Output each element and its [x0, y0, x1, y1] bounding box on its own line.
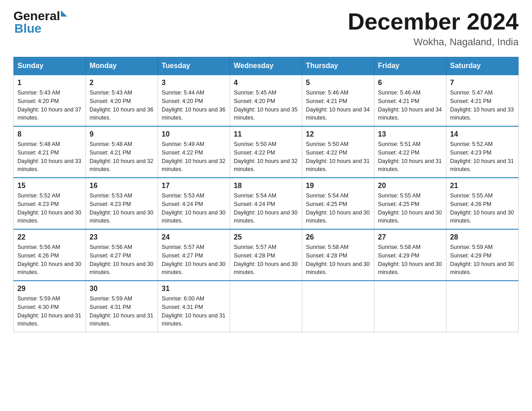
header-friday: Friday: [374, 57, 446, 75]
header-wednesday: Wednesday: [230, 57, 302, 75]
table-row: 7 Sunrise: 5:47 AM Sunset: 4:21 PM Dayli…: [446, 75, 519, 126]
day-info: Sunrise: 5:49 AM Sunset: 4:22 PM Dayligh…: [162, 140, 226, 174]
table-row: 20 Sunrise: 5:55 AM Sunset: 4:25 PM Dayl…: [374, 178, 446, 229]
location-title: Wokha, Nagaland, India: [348, 36, 519, 48]
day-info: Sunrise: 5:47 AM Sunset: 4:21 PM Dayligh…: [450, 89, 515, 122]
day-number: 31: [162, 285, 226, 293]
week-row-3: 15 Sunrise: 5:52 AM Sunset: 4:23 PM Dayl…: [14, 178, 519, 229]
table-row: 9 Sunrise: 5:48 AM Sunset: 4:21 PM Dayli…: [86, 126, 158, 178]
table-row: 15 Sunrise: 5:52 AM Sunset: 4:23 PM Dayl…: [14, 178, 86, 229]
day-number: 5: [306, 79, 370, 87]
table-row: 31 Sunrise: 6:00 AM Sunset: 4:31 PM Dayl…: [158, 281, 230, 332]
day-number: 16: [90, 182, 154, 190]
day-info: Sunrise: 5:50 AM Sunset: 4:22 PM Dayligh…: [234, 140, 298, 174]
table-row: 12 Sunrise: 5:50 AM Sunset: 4:22 PM Dayl…: [302, 126, 374, 178]
day-info: Sunrise: 5:57 AM Sunset: 4:27 PM Dayligh…: [162, 243, 226, 277]
table-row: [302, 281, 374, 332]
header-tuesday: Tuesday: [158, 57, 230, 75]
table-row: 16 Sunrise: 5:53 AM Sunset: 4:23 PM Dayl…: [86, 178, 158, 229]
day-info: Sunrise: 5:48 AM Sunset: 4:21 PM Dayligh…: [90, 140, 154, 174]
table-row: 5 Sunrise: 5:46 AM Sunset: 4:21 PM Dayli…: [302, 75, 374, 126]
day-number: 25: [234, 233, 298, 241]
day-info: Sunrise: 5:46 AM Sunset: 4:21 PM Dayligh…: [378, 89, 442, 122]
table-row: [230, 281, 302, 332]
header-thursday: Thursday: [302, 57, 374, 75]
day-number: 26: [306, 233, 370, 241]
table-row: 2 Sunrise: 5:43 AM Sunset: 4:20 PM Dayli…: [86, 75, 158, 126]
day-number: 29: [17, 285, 82, 293]
table-row: 11 Sunrise: 5:50 AM Sunset: 4:22 PM Dayl…: [230, 126, 302, 178]
calendar-header-row: Sunday Monday Tuesday Wednesday Thursday…: [14, 57, 519, 75]
day-number: 12: [306, 130, 370, 138]
table-row: 10 Sunrise: 5:49 AM Sunset: 4:22 PM Dayl…: [158, 126, 230, 178]
day-info: Sunrise: 5:58 AM Sunset: 4:29 PM Dayligh…: [378, 243, 442, 277]
day-number: 4: [234, 79, 298, 87]
day-info: Sunrise: 6:00 AM Sunset: 4:31 PM Dayligh…: [162, 295, 226, 328]
table-row: 22 Sunrise: 5:56 AM Sunset: 4:26 PM Dayl…: [14, 229, 86, 281]
day-number: 27: [378, 233, 442, 241]
day-info: Sunrise: 5:54 AM Sunset: 4:25 PM Dayligh…: [306, 192, 370, 225]
day-number: 23: [90, 233, 154, 241]
day-info: Sunrise: 5:44 AM Sunset: 4:20 PM Dayligh…: [162, 89, 226, 122]
day-number: 13: [378, 130, 442, 138]
table-row: 19 Sunrise: 5:54 AM Sunset: 4:25 PM Dayl…: [302, 178, 374, 229]
day-info: Sunrise: 5:52 AM Sunset: 4:23 PM Dayligh…: [17, 192, 82, 225]
table-row: 25 Sunrise: 5:57 AM Sunset: 4:28 PM Dayl…: [230, 229, 302, 281]
day-info: Sunrise: 5:54 AM Sunset: 4:24 PM Dayligh…: [234, 192, 298, 225]
day-number: 20: [378, 182, 442, 190]
table-row: 13 Sunrise: 5:51 AM Sunset: 4:22 PM Dayl…: [374, 126, 446, 178]
day-info: Sunrise: 5:55 AM Sunset: 4:26 PM Dayligh…: [450, 192, 515, 225]
day-info: Sunrise: 5:53 AM Sunset: 4:24 PM Dayligh…: [162, 192, 226, 225]
week-row-2: 8 Sunrise: 5:48 AM Sunset: 4:21 PM Dayli…: [14, 126, 519, 178]
day-number: 10: [162, 130, 226, 138]
header-sunday: Sunday: [14, 57, 86, 75]
header-monday: Monday: [86, 57, 158, 75]
day-info: Sunrise: 5:57 AM Sunset: 4:28 PM Dayligh…: [234, 243, 298, 277]
day-info: Sunrise: 5:51 AM Sunset: 4:22 PM Dayligh…: [378, 140, 442, 174]
day-info: Sunrise: 5:43 AM Sunset: 4:20 PM Dayligh…: [90, 89, 154, 122]
table-row: 4 Sunrise: 5:45 AM Sunset: 4:20 PM Dayli…: [230, 75, 302, 126]
day-info: Sunrise: 5:59 AM Sunset: 4:31 PM Dayligh…: [90, 295, 154, 328]
day-number: 17: [162, 182, 226, 190]
day-info: Sunrise: 5:46 AM Sunset: 4:21 PM Dayligh…: [306, 89, 370, 122]
day-number: 6: [378, 79, 442, 87]
header-saturday: Saturday: [446, 57, 519, 75]
table-row: [446, 281, 519, 332]
table-row: [374, 281, 446, 332]
table-row: 14 Sunrise: 5:52 AM Sunset: 4:23 PM Dayl…: [446, 126, 519, 178]
day-info: Sunrise: 5:50 AM Sunset: 4:22 PM Dayligh…: [306, 140, 370, 174]
day-number: 28: [450, 233, 515, 241]
table-row: 28 Sunrise: 5:59 AM Sunset: 4:29 PM Dayl…: [446, 229, 519, 281]
logo: General Blue: [13, 9, 67, 36]
table-row: 3 Sunrise: 5:44 AM Sunset: 4:20 PM Dayli…: [158, 75, 230, 126]
day-info: Sunrise: 5:58 AM Sunset: 4:28 PM Dayligh…: [306, 243, 370, 277]
day-number: 14: [450, 130, 515, 138]
day-number: 8: [17, 130, 82, 138]
table-row: 23 Sunrise: 5:56 AM Sunset: 4:27 PM Dayl…: [86, 229, 158, 281]
week-row-5: 29 Sunrise: 5:59 AM Sunset: 4:30 PM Dayl…: [14, 281, 519, 332]
day-number: 24: [162, 233, 226, 241]
day-info: Sunrise: 5:59 AM Sunset: 4:29 PM Dayligh…: [450, 243, 515, 277]
title-block: December 2024 Wokha, Nagaland, India: [348, 9, 519, 48]
day-number: 9: [90, 130, 154, 138]
table-row: 18 Sunrise: 5:54 AM Sunset: 4:24 PM Dayl…: [230, 178, 302, 229]
table-row: 27 Sunrise: 5:58 AM Sunset: 4:29 PM Dayl…: [374, 229, 446, 281]
day-info: Sunrise: 5:53 AM Sunset: 4:23 PM Dayligh…: [90, 192, 154, 225]
day-info: Sunrise: 5:43 AM Sunset: 4:20 PM Dayligh…: [17, 89, 82, 122]
day-number: 11: [234, 130, 298, 138]
day-number: 30: [90, 285, 154, 293]
day-info: Sunrise: 5:55 AM Sunset: 4:25 PM Dayligh…: [378, 192, 442, 225]
table-row: 24 Sunrise: 5:57 AM Sunset: 4:27 PM Dayl…: [158, 229, 230, 281]
day-number: 3: [162, 79, 226, 87]
calendar-table: Sunday Monday Tuesday Wednesday Thursday…: [13, 57, 519, 332]
table-row: 30 Sunrise: 5:59 AM Sunset: 4:31 PM Dayl…: [86, 281, 158, 332]
day-number: 2: [90, 79, 154, 87]
table-row: 29 Sunrise: 5:59 AM Sunset: 4:30 PM Dayl…: [14, 281, 86, 332]
day-info: Sunrise: 5:56 AM Sunset: 4:26 PM Dayligh…: [17, 243, 82, 277]
month-title: December 2024: [348, 9, 519, 34]
table-row: 21 Sunrise: 5:55 AM Sunset: 4:26 PM Dayl…: [446, 178, 519, 229]
table-row: 8 Sunrise: 5:48 AM Sunset: 4:21 PM Dayli…: [14, 126, 86, 178]
table-row: 1 Sunrise: 5:43 AM Sunset: 4:20 PM Dayli…: [14, 75, 86, 126]
day-number: 19: [306, 182, 370, 190]
logo-arrow-icon: [61, 10, 67, 17]
